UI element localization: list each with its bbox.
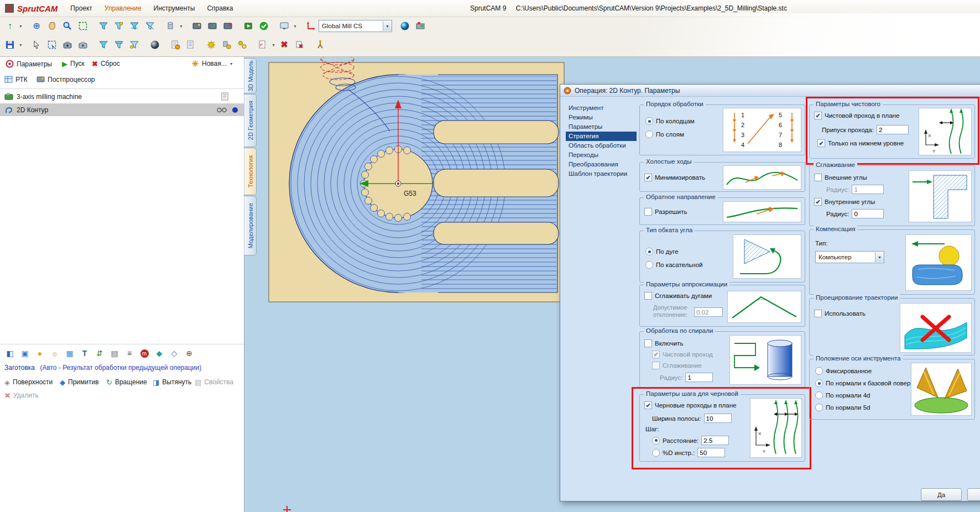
tool-gear-button[interactable] bbox=[220, 38, 234, 52]
window-select-button[interactable] bbox=[76, 19, 90, 33]
numbering-icon[interactable]: ▤ bbox=[108, 347, 121, 359]
menu-help[interactable]: Справка bbox=[201, 2, 239, 14]
machine-small-icon[interactable]: ⊕ bbox=[183, 347, 196, 359]
nav-transitions[interactable]: Переходы bbox=[566, 150, 637, 160]
param-gear-button[interactable] bbox=[235, 38, 249, 52]
extrude-button[interactable]: ◨ Вытянуть bbox=[150, 377, 194, 387]
snapshot-camera-button[interactable] bbox=[60, 38, 75, 52]
axis-normal-base-radio[interactable] bbox=[815, 379, 823, 387]
screen-layout-button[interactable] bbox=[277, 19, 291, 33]
nav-modes[interactable]: Режимы bbox=[566, 113, 637, 122]
spiral-finish-checkbox[interactable]: ✔ bbox=[652, 351, 660, 358]
rough-passes-checkbox[interactable]: ✔ bbox=[644, 401, 652, 409]
allow-reverse-checkbox[interactable] bbox=[644, 208, 652, 216]
inner-corners-checkbox[interactable]: ✔ bbox=[814, 198, 822, 206]
rough-width-input[interactable] bbox=[704, 414, 732, 423]
delete-button[interactable]: ✖ Удалить bbox=[2, 390, 41, 400]
view-filter-c-button[interactable] bbox=[127, 19, 142, 33]
orbit-view-button[interactable]: ⊕ bbox=[29, 19, 44, 33]
simulate-start-button[interactable] bbox=[241, 19, 256, 33]
nav-transforms[interactable]: Преобразования bbox=[566, 160, 637, 169]
nav-parameters[interactable]: Параметры bbox=[566, 122, 637, 132]
operation-status-dot[interactable] bbox=[232, 107, 238, 113]
material-sphere-icon[interactable] bbox=[398, 19, 412, 33]
machine-gear-button[interactable] bbox=[204, 38, 218, 52]
gcode-doc-button[interactable] bbox=[184, 38, 198, 52]
stock-box-icon[interactable]: ▣ bbox=[18, 347, 32, 359]
smooth-arcs-checkbox[interactable] bbox=[644, 292, 652, 300]
dialog-titlebar[interactable]: Операция: 2D Контур. Параметры bbox=[560, 85, 980, 97]
surfaces-button[interactable]: ◈ Поверхности bbox=[2, 377, 55, 387]
cs-combobox[interactable]: Global Mill CS ▼ bbox=[319, 20, 392, 32]
tree-item-machine[interactable]: 3-axis milling machine bbox=[0, 90, 244, 103]
tool-dropdown[interactable]: ▼ bbox=[178, 19, 184, 33]
tab-modeling[interactable]: Моделирование bbox=[244, 196, 257, 255]
close-all-button[interactable]: ✖ bbox=[293, 38, 307, 52]
new-operation-caret[interactable]: ▼ bbox=[230, 62, 233, 66]
tree-item-operation[interactable]: 2D Контур bbox=[0, 103, 244, 116]
projection-use-checkbox[interactable] bbox=[814, 310, 822, 317]
by-pockets-radio[interactable] bbox=[645, 117, 653, 125]
cs-combobox-caret[interactable]: ▼ bbox=[383, 21, 392, 31]
rotation-button[interactable]: ↻ Вращение bbox=[104, 377, 149, 387]
export-icon[interactable]: ◇ bbox=[168, 347, 181, 359]
tools-icon[interactable]: ◆ bbox=[153, 347, 166, 359]
m-code-icon[interactable]: m bbox=[138, 347, 151, 359]
corner-tangent-radio[interactable] bbox=[645, 261, 653, 269]
save-button[interactable] bbox=[3, 38, 17, 52]
rough-distance-radio[interactable] bbox=[652, 437, 660, 445]
list-icon[interactable]: ≡ bbox=[123, 347, 136, 359]
glasses-icon[interactable] bbox=[217, 107, 227, 113]
screen-dropdown[interactable]: ▼ bbox=[292, 19, 298, 33]
tab-2d-geometry[interactable]: 2D Геометрия bbox=[244, 94, 257, 147]
spiral-radius-input[interactable] bbox=[685, 373, 713, 382]
axis-fixed-radio[interactable] bbox=[815, 367, 823, 375]
rtk-button[interactable]: РТК bbox=[2, 74, 30, 85]
tool-holder-button[interactable] bbox=[163, 19, 178, 33]
tab-3d-model[interactable]: 3D Модель bbox=[244, 58, 257, 93]
cursor-select-button[interactable] bbox=[29, 38, 44, 52]
corner-arc-radio[interactable] bbox=[645, 248, 653, 255]
spiral-enable-checkbox[interactable] bbox=[644, 339, 652, 347]
axis-normal-5d-radio[interactable] bbox=[815, 404, 823, 411]
pdf-dropdown[interactable]: ▼ bbox=[270, 38, 277, 52]
rough-distance-input[interactable] bbox=[701, 436, 729, 445]
save-dropdown[interactable]: ▼ bbox=[18, 38, 24, 52]
start-button[interactable]: ▶ Пуск bbox=[60, 59, 87, 69]
fixture-icon[interactable]: Т bbox=[78, 347, 91, 359]
snapshot-camera-alt-button[interactable] bbox=[76, 38, 90, 52]
spiral-smoothing-checkbox[interactable] bbox=[652, 362, 660, 369]
reset-button[interactable]: ✖ Сброс bbox=[90, 59, 122, 69]
menu-tools[interactable]: Инструменты bbox=[148, 2, 201, 14]
outer-corners-checkbox[interactable] bbox=[814, 174, 822, 181]
primitive-button[interactable]: ◆ Примитив bbox=[58, 377, 101, 387]
finish-pass-checkbox[interactable]: ✔ bbox=[814, 112, 822, 119]
machine-view-button[interactable] bbox=[413, 19, 428, 33]
outer-radius-input[interactable] bbox=[852, 185, 884, 194]
pdf-export-button[interactable]: P bbox=[256, 38, 270, 52]
properties-button[interactable]: ▤ Свойства bbox=[192, 377, 236, 387]
view-filter-d-button[interactable] bbox=[143, 19, 157, 33]
compensation-type-combobox[interactable]: Компьютер ▼ bbox=[815, 251, 884, 263]
ok-button[interactable]: Да bbox=[921, 488, 962, 501]
sort-icon[interactable]: ⇵ bbox=[93, 347, 106, 359]
nav-tool[interactable]: Инструмент bbox=[566, 103, 637, 113]
stock-gear-icon[interactable]: ☼ bbox=[48, 347, 61, 359]
cancel-button[interactable]: От bbox=[967, 488, 980, 501]
lasso-select-button[interactable] bbox=[45, 38, 59, 52]
tolerance-input[interactable] bbox=[694, 307, 723, 317]
stock-sphere-icon[interactable]: ● bbox=[33, 347, 46, 359]
view-filter-e-button[interactable] bbox=[96, 38, 111, 52]
import-model-button[interactable]: ↑ bbox=[3, 19, 17, 33]
inner-radius-input[interactable] bbox=[852, 209, 884, 218]
finish-stock-input[interactable] bbox=[877, 125, 909, 134]
machine-setup-button[interactable] bbox=[190, 19, 204, 33]
by-layers-radio[interactable] bbox=[645, 130, 653, 138]
menu-management[interactable]: Управление bbox=[98, 2, 148, 14]
shaded-sphere-icon[interactable] bbox=[148, 38, 162, 52]
tab-technology[interactable]: Технология bbox=[244, 148, 257, 195]
view-filter-g-button[interactable] bbox=[127, 38, 142, 52]
stock-mesh-icon[interactable]: ▦ bbox=[63, 347, 76, 359]
machine-sim-button[interactable] bbox=[205, 19, 220, 33]
machine-stop-button[interactable] bbox=[221, 19, 235, 33]
